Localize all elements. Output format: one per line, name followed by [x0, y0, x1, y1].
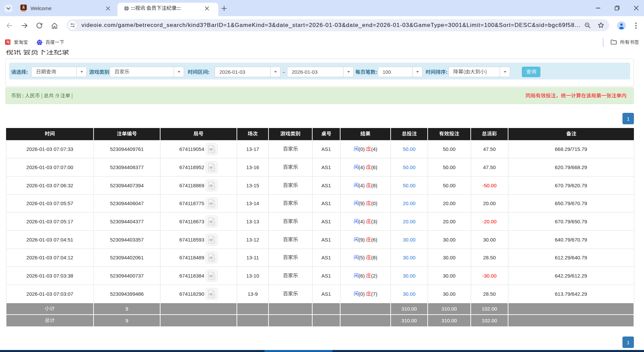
svg-text:du: du — [38, 42, 40, 44]
